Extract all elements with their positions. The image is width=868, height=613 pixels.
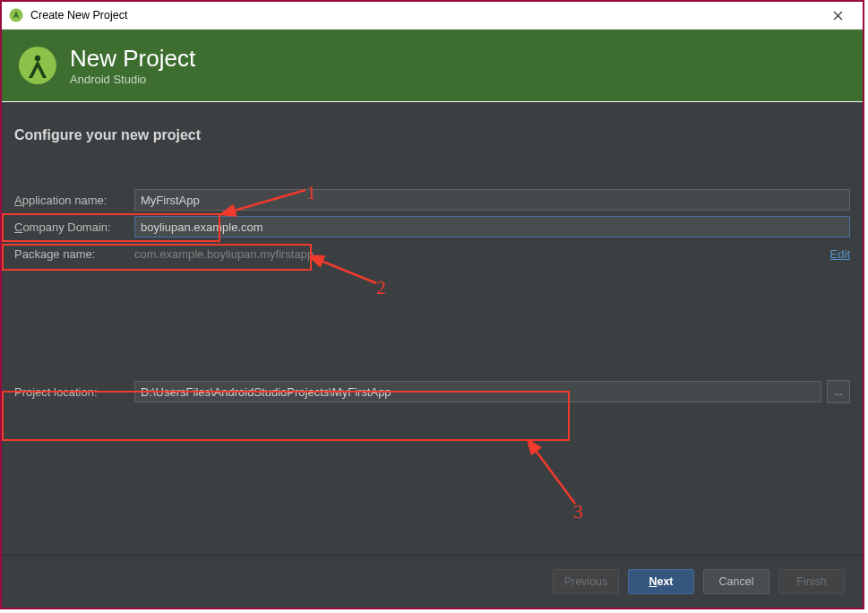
- titlebar: Create New Project: [2, 2, 863, 30]
- close-button[interactable]: [820, 2, 855, 29]
- annotation-arrow-3: [521, 441, 593, 513]
- edit-package-link[interactable]: Edit: [830, 247, 850, 261]
- annotation-number-3: 3: [573, 500, 583, 523]
- project-location-label: Project location:: [14, 385, 134, 399]
- package-name-label: Package name:: [14, 247, 134, 261]
- close-icon: [833, 11, 843, 21]
- next-button[interactable]: Next: [628, 569, 694, 594]
- company-domain-row: Company Domain:: [2, 213, 863, 240]
- finish-button: Finish: [778, 569, 845, 594]
- application-name-input[interactable]: [134, 189, 850, 211]
- project-form: Application name: Company Domain: Packag…: [2, 186, 863, 405]
- header-title: New Project: [70, 46, 195, 71]
- application-name-row: Application name:: [2, 186, 863, 213]
- project-location-row: Project location: ...: [2, 378, 863, 405]
- wizard-body: Configure your new project Application n…: [2, 102, 863, 608]
- section-title: Configure your new project: [2, 102, 863, 143]
- company-domain-label: Company Domain:: [14, 220, 134, 234]
- svg-line-5: [534, 448, 575, 504]
- android-studio-icon: [9, 8, 23, 22]
- package-name-row: Package name: com.example.boyliupan.myfi…: [2, 240, 863, 267]
- previous-button: Previous: [553, 569, 619, 594]
- wizard-header: New Project Android Studio: [2, 30, 863, 101]
- header-subtitle: Android Studio: [70, 73, 195, 86]
- browse-location-button[interactable]: ...: [827, 380, 850, 403]
- project-location-input[interactable]: [134, 381, 821, 402]
- window-title: Create New Project: [30, 9, 820, 22]
- application-name-label: Application name:: [14, 194, 134, 207]
- wizard-window: Create New Project New Project Android S…: [0, 0, 864, 609]
- package-name-value: com.example.boyliupan.myfirstapp: [134, 247, 314, 261]
- android-studio-logo-icon: [18, 46, 57, 85]
- wizard-footer: Previous Next Cancel Finish: [2, 555, 863, 608]
- company-domain-input[interactable]: [134, 216, 850, 237]
- cancel-button[interactable]: Cancel: [703, 569, 769, 594]
